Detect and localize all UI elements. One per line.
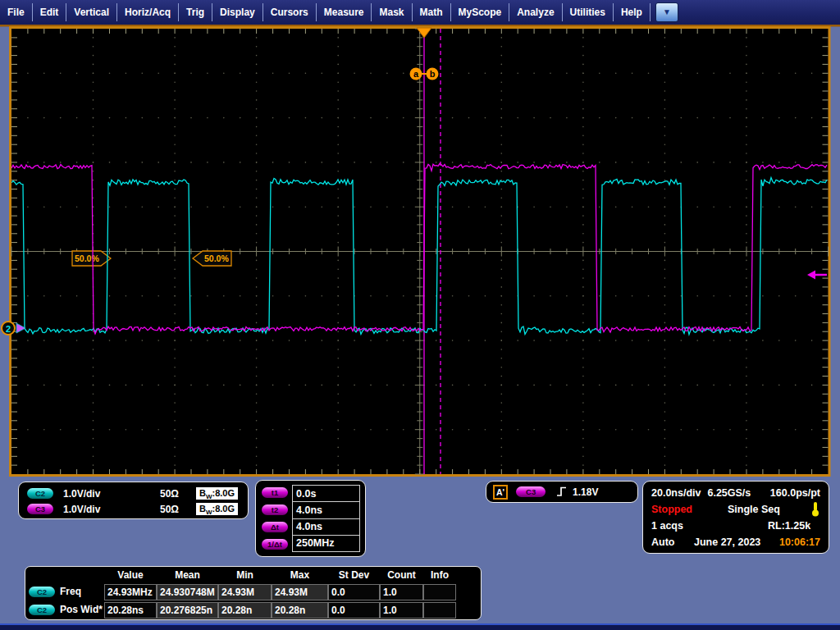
channel-termination: 50Ω	[160, 488, 196, 500]
svg-text:a: a	[413, 69, 419, 79]
menu-items: FileEditVerticalHoriz/AcqTrigDisplayCurs…	[0, 3, 651, 21]
menu-bar: FileEditVerticalHoriz/AcqTrigDisplayCurs…	[0, 0, 840, 25]
date: June 27, 2023	[694, 536, 760, 548]
menu-item-vertical[interactable]: Vertical	[66, 3, 117, 21]
menu-item-mask[interactable]: Mask	[372, 3, 412, 21]
sample-rate: 6.25GS/s	[707, 487, 751, 499]
cursor-value: 4.0ns	[293, 519, 359, 536]
meas-header: Min	[218, 569, 272, 582]
meas-header: Mean	[157, 569, 218, 582]
horizontal-readout-panel[interactable]: 20.0ns/div 6.25GS/s 160.0ps/pt Stopped S…	[642, 481, 829, 554]
clock: 10:06:17	[779, 536, 820, 548]
meas-name: Pos Wid*	[60, 604, 103, 615]
meas-cell: 20.28n	[218, 602, 272, 619]
trigger-level: 1.18V	[573, 486, 598, 498]
channel-termination: 50Ω	[160, 504, 196, 515]
menu-item-math[interactable]: Math	[413, 3, 451, 21]
channel-scale[interactable]: 1.0V/div	[63, 504, 160, 515]
meas-row-label[interactable]: C2Freq	[29, 583, 104, 600]
menu-item-utilities[interactable]: Utilities	[563, 3, 614, 21]
meas-cell: 0.0	[328, 584, 380, 600]
svg-text:2: 2	[6, 324, 11, 334]
cursor-pill[interactable]: t1	[262, 487, 288, 498]
svg-text:50.0%: 50.0%	[204, 253, 229, 263]
meas-channel-pill[interactable]: C2	[29, 587, 55, 597]
menu-item-myscope[interactable]: MyScope	[451, 3, 510, 21]
meas-cell: 20.276825n	[157, 602, 218, 619]
channel-pill[interactable]: C2	[27, 488, 53, 499]
menu-item-cursors[interactable]: Cursors	[263, 3, 317, 21]
meas-cell: 1.0	[380, 602, 423, 619]
meas-cell: 0.0	[328, 602, 380, 619]
meas-cell: 1.0	[380, 584, 423, 600]
trigger-readout-panel[interactable]: A' C3 1.18V	[486, 481, 638, 503]
svg-text:50.0%: 50.0%	[75, 253, 99, 263]
cursor-readout-panel: t1t2Δt1/Δt 0.0s4.0ns4.0ns250MHz	[255, 480, 366, 557]
cursor-pill[interactable]: t2	[262, 504, 288, 515]
menu-item-help[interactable]: Help	[614, 3, 651, 21]
meas-cell: 20.28ns	[104, 602, 157, 619]
resolution: 160.0ps/pt	[770, 487, 820, 499]
menu-item-trig[interactable]: Trig	[179, 3, 212, 21]
meas-cell	[423, 602, 456, 619]
meas-cell: 24.930748M	[157, 584, 218, 600]
channel-scale[interactable]: 1.0V/div	[63, 488, 160, 500]
cursor-value: 0.0s	[293, 486, 359, 502]
acquisition-count: 1 acqs	[651, 520, 683, 532]
meas-cell: 24.93M	[218, 584, 272, 600]
menu-overflow-button[interactable]: ▼	[655, 2, 678, 22]
menu-item-measure[interactable]: Measure	[317, 3, 372, 21]
record-length: RL:1.25k	[768, 520, 810, 532]
oscilloscope-screen: { "window": { "ghost_model": "DPO70804C"…	[0, 0, 840, 630]
channel-pill[interactable]: C3	[27, 504, 53, 514]
meas-row-label[interactable]: C2Pos Wid*	[29, 601, 104, 618]
meas-cell: 20.28n	[272, 602, 328, 619]
trigger-mode: Auto	[651, 536, 674, 548]
measurement-table: ValueMeanMinMaxSt DevCountInfoC2Freq24.9…	[29, 569, 477, 619]
acquisition-mode: Single Seq	[728, 504, 780, 515]
meas-header: Value	[104, 569, 157, 582]
cursor-value: 250MHz	[293, 536, 359, 551]
cursor-values: 0.0s4.0ns4.0ns250MHz	[292, 485, 360, 552]
cursor-value: 4.0ns	[293, 502, 359, 518]
menu-item-display[interactable]: Display	[212, 3, 263, 21]
cursor-pill[interactable]: 1/Δt	[262, 539, 288, 550]
acquisition-state: Stopped	[651, 504, 692, 515]
channel-bandwidth[interactable]: BW:8.0G	[196, 503, 238, 515]
cursor-pill[interactable]: Δt	[262, 522, 288, 532]
meas-header: Count	[380, 569, 423, 582]
waveform-display[interactable]: 50.0%50.0%ab2	[0, 24, 840, 478]
menu-item-analyze[interactable]: Analyze	[509, 3, 562, 21]
trigger-channel-pill[interactable]: C3	[516, 486, 546, 497]
trigger-source-badge: A'	[493, 485, 508, 500]
channel-row-c3: C31.0V/div50ΩBW:8.0G	[27, 501, 240, 517]
timebase: 20.0ns/div	[651, 487, 701, 499]
menu-item-edit[interactable]: Edit	[33, 3, 67, 21]
temperature-icon	[810, 501, 820, 518]
rising-edge-icon	[555, 486, 568, 498]
meas-name: Freq	[60, 586, 81, 597]
meas-header: Info	[423, 569, 456, 582]
meas-header: St Dev	[328, 569, 380, 582]
menu-item-file[interactable]: File	[0, 3, 33, 21]
meas-header: Max	[272, 569, 328, 582]
channel-bandwidth[interactable]: BW:8.0G	[196, 487, 238, 500]
meas-cell	[423, 584, 456, 600]
menu-item-horizacq[interactable]: Horiz/Acq	[117, 3, 179, 21]
meas-header-blank	[29, 569, 104, 582]
channel-row-c2: C21.0V/div50ΩBW:8.0G	[27, 486, 240, 501]
meas-channel-pill[interactable]: C2	[29, 605, 55, 615]
svg-text:b: b	[430, 69, 436, 79]
meas-cell: 24.93M	[272, 584, 328, 600]
cursor-labels: t1t2Δt1/Δt	[261, 485, 292, 552]
channel-readout-panel: C21.0V/div50ΩBW:8.0GC31.0V/div50ΩBW:8.0G	[18, 482, 249, 519]
meas-cell: 24.93MHz	[104, 584, 157, 600]
measurement-panel: ValueMeanMinMaxSt DevCountInfoC2Freq24.9…	[25, 566, 482, 620]
window-bottom-edge	[0, 623, 840, 630]
